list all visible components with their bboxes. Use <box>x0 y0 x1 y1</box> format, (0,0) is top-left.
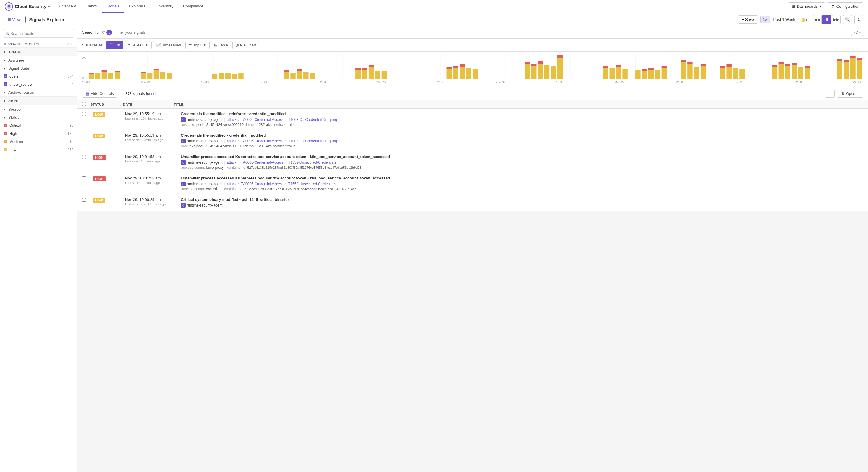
signal-5-check[interactable] <box>82 197 90 203</box>
facet-item-critical[interactable]: Critical 30 <box>0 121 77 129</box>
tag-3-t[interactable]: T1552-Unsecured-Credentials <box>288 160 336 165</box>
svg-rect-60 <box>616 65 621 67</box>
th-status[interactable]: STATUS <box>90 103 120 106</box>
nav-sep-1 <box>82 4 82 9</box>
viz-table-button[interactable]: ⊞ Table <box>211 41 231 49</box>
hide-controls-button[interactable]: ▦ Hide Controls <box>82 90 117 98</box>
assignee-facet[interactable]: Assignee <box>0 56 77 64</box>
nav-item-signals[interactable]: Signals <box>102 0 124 13</box>
signal-5-checkbox[interactable] <box>82 198 86 202</box>
forward-button[interactable]: ▶▶ <box>832 15 841 24</box>
source-facet[interactable]: Source <box>0 105 77 113</box>
signal-3-title[interactable]: Unfamiliar process accessed Kubernetes p… <box>181 154 863 159</box>
app-logo[interactable]: Cloud Security ▾ <box>5 2 50 11</box>
facet-item-medium[interactable]: Medium 10 <box>0 138 77 146</box>
facet-item-open[interactable]: open 874 <box>0 72 77 80</box>
checkbox-open[interactable] <box>4 75 7 78</box>
nav-item-compliance[interactable]: Compliance <box>178 0 208 13</box>
search-facets-input[interactable] <box>3 29 74 38</box>
svg-rect-40 <box>453 68 458 79</box>
rewind-button[interactable]: ◀◀ <box>813 15 822 24</box>
chart-svg <box>82 55 863 79</box>
tag-4-attack[interactable]: attack <box>227 182 237 186</box>
options-button[interactable]: ⚙ Options <box>837 90 863 98</box>
tag-4-t[interactable]: T1552-Unsecured-Credentials <box>288 182 336 186</box>
signal-5-title[interactable]: Critical system binary modified - pci_11… <box>181 197 863 202</box>
source-chevron <box>4 107 6 112</box>
tag-2-ta[interactable]: TA0006-Credential-Access <box>241 139 284 143</box>
select-all-checkbox[interactable] <box>82 102 86 106</box>
viz-timeseries-button[interactable]: 📈 Timeseries <box>153 41 184 49</box>
status-chevron <box>4 115 6 120</box>
zoom-button[interactable]: 🔍 <box>843 15 852 24</box>
triage-group-header[interactable]: TRIAGE <box>0 48 77 56</box>
svg-rect-27 <box>297 69 302 71</box>
tag-1-t[interactable]: T1003-Os-Credential-Dumping <box>288 118 337 122</box>
time-caret[interactable]: 🔔▾ <box>798 16 810 23</box>
facet-item-low[interactable]: Low 579 <box>0 146 77 153</box>
status-facet[interactable]: Status <box>0 113 77 121</box>
host-label-1: host: <box>181 123 189 127</box>
signal-2-checkbox[interactable] <box>82 134 86 138</box>
checkbox-under-review[interactable] <box>4 83 7 86</box>
core-group-header[interactable]: CORE <box>0 97 77 105</box>
checkbox-high[interactable] <box>4 131 7 136</box>
viz-list-button[interactable]: ☰ List <box>106 41 123 49</box>
facet-item-high[interactable]: High 189 <box>0 129 77 138</box>
signal-4-check[interactable] <box>82 176 90 181</box>
tag-2-attack[interactable]: attack <box>227 139 237 143</box>
signal-3-checkbox[interactable] <box>82 155 86 159</box>
tag-4-ta[interactable]: TA0006-Credential-Access <box>241 182 284 186</box>
signal-4-title[interactable]: Unfamiliar process accessed Kubernetes p… <box>181 176 863 180</box>
process-val-3: kube-proxy <box>206 166 224 170</box>
signal-3-check[interactable] <box>82 154 90 160</box>
tag-3-attack[interactable]: attack <box>227 160 237 165</box>
viz-pie-chart-button[interactable]: ◔ Pie Chart <box>232 41 259 49</box>
signal-1-check[interactable] <box>82 112 90 117</box>
signal-2-title[interactable]: Credentials file modified - credential_m… <box>181 133 863 138</box>
nav-item-explorers[interactable]: Explorers <box>124 0 150 13</box>
checkbox-medium[interactable] <box>4 140 7 143</box>
th-title[interactable]: TITLE <box>174 103 863 106</box>
tag-3-ta[interactable]: TA0006-Credential-Access <box>241 160 284 165</box>
code-button[interactable]: </> <box>851 29 863 36</box>
main-container: 🔍 ✏ Showing 179 of 179 + + Add TRIAGE As… <box>0 26 868 472</box>
refresh-button[interactable]: ↻ <box>854 15 863 24</box>
facet-group-core: CORE Source Status Critical 30 High 189 <box>0 96 77 153</box>
save-button[interactable]: + Save <box>738 16 758 24</box>
th-check <box>82 102 90 107</box>
signal-4-date-col: Nov 29, 10:01:53 am Last seen: 1 minute … <box>125 176 179 184</box>
checkbox-critical[interactable] <box>4 123 7 127</box>
svg-rect-6 <box>102 72 107 79</box>
configuration-button[interactable]: ⚙ Configuration <box>828 2 863 10</box>
nav-item-inbox[interactable]: Inbox <box>83 0 102 13</box>
filter-input[interactable] <box>114 29 849 36</box>
sub-header-right: + Save 1w Past 1 Week 🔔▾ ◀◀ ⏸ ▶▶ 🔍 ↻ <box>738 15 863 24</box>
signal-1-title[interactable]: Credentials file modified - reinforce - … <box>181 112 863 116</box>
viz-top-list-button[interactable]: ≣ Top List <box>185 41 210 49</box>
top-list-icon: ≣ <box>189 43 192 47</box>
dashboards-button[interactable]: ▦ Dashboards ▾ <box>788 2 825 10</box>
app-dropdown-arrow[interactable]: ▾ <box>48 4 50 8</box>
pause-button[interactable]: ⏸ <box>822 15 831 24</box>
tag-1-ta[interactable]: TA0006-Credential-Access <box>241 118 284 122</box>
svg-rect-94 <box>837 61 842 79</box>
tag-2-t[interactable]: T1003-Os-Credential-Dumping <box>288 139 337 143</box>
archive-reason-facet[interactable]: Archive reason <box>0 88 77 96</box>
nav-item-inventory[interactable]: Inventory <box>153 0 178 13</box>
add-button[interactable]: + + Add <box>61 42 73 46</box>
svg-rect-92 <box>805 68 810 79</box>
nav-item-overview[interactable]: Overview <box>55 0 80 13</box>
tag-1-attack[interactable]: attack <box>227 118 237 122</box>
views-button[interactable]: ▦ Views <box>5 16 26 23</box>
viz-rules-list-button[interactable]: ≡ Rules List <box>125 41 152 49</box>
signal-2-host: host: aks-pool1-21451434-vmss000010-demo… <box>181 144 863 148</box>
export-button[interactable]: ↑ <box>825 90 835 98</box>
checkbox-low[interactable] <box>4 148 7 151</box>
th-date[interactable]: ↓ DATE <box>120 103 174 106</box>
facet-item-under-review[interactable]: under_review 4 <box>0 80 77 88</box>
signal-1-checkbox[interactable] <box>82 112 86 116</box>
signal-4-checkbox[interactable] <box>82 176 86 180</box>
signal-state-facet[interactable]: Signal State <box>0 64 77 72</box>
signal-2-check[interactable] <box>82 133 90 138</box>
